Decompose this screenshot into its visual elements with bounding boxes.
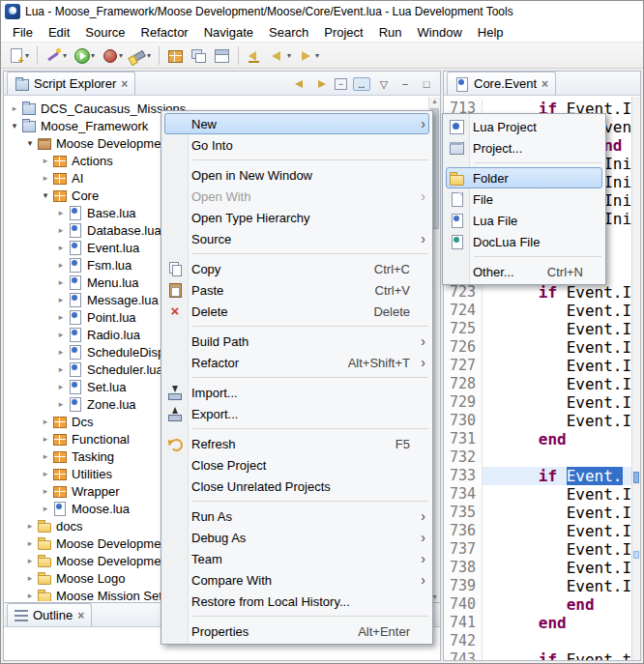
- menu-item-compare-with[interactable]: Compare With›: [164, 569, 429, 591]
- expand-arrow-icon[interactable]: ▸: [39, 156, 52, 165]
- menu-item-open-in-new-window[interactable]: Open in New Window: [164, 164, 429, 186]
- expand-arrow-icon[interactable]: ▸: [54, 330, 68, 339]
- collapse-arrow-icon[interactable]: ▾: [23, 138, 37, 148]
- tab-outline[interactable]: Outline ×: [7, 603, 92, 626]
- menu-item-doclua-file[interactable]: DocLua File: [446, 231, 602, 252]
- menu-item-build-path[interactable]: Build Path›: [164, 331, 429, 352]
- menu-edit[interactable]: Edit: [41, 23, 77, 42]
- occurrence-marker[interactable]: [633, 551, 639, 559]
- dropdown-arrow-icon[interactable]: ▾: [119, 51, 123, 60]
- editor-line-734[interactable]: 734 Event.Ini: [444, 485, 640, 504]
- expand-arrow-icon[interactable]: ▸: [23, 591, 37, 600]
- editor-line-726[interactable]: 726 Event.Ini: [444, 338, 640, 357]
- search-button[interactable]: ▾: [127, 44, 154, 66]
- menu-help[interactable]: Help: [470, 23, 512, 42]
- editor-line-731[interactable]: 731 end: [444, 430, 640, 448]
- expand-arrow-icon[interactable]: ▸: [39, 504, 52, 513]
- menu-item-copy[interactable]: CopyCtrl+C: [164, 258, 429, 279]
- expand-arrow-icon[interactable]: ▸: [39, 417, 52, 426]
- collapse-arrow-icon[interactable]: ▾: [8, 121, 21, 130]
- occurrence-marker[interactable]: [633, 472, 639, 483]
- collapse-arrow-icon[interactable]: ▾: [39, 190, 52, 200]
- navigate-forward-button[interactable]: ▾: [295, 44, 322, 66]
- expand-arrow-icon[interactable]: ▸: [54, 382, 68, 391]
- external-tools-button[interactable]: ▾: [43, 44, 70, 66]
- expand-arrow-icon[interactable]: ▸: [54, 364, 68, 374]
- menu-item-properties[interactable]: PropertiesAlt+Enter: [164, 621, 429, 642]
- close-icon[interactable]: ×: [77, 609, 84, 622]
- menu-item-open-type-hierarchy[interactable]: Open Type Hierarchy: [164, 207, 429, 228]
- editor-line-725[interactable]: 725 Event.Ini: [444, 320, 640, 338]
- expand-arrow-icon[interactable]: ▸: [39, 434, 52, 444]
- menu-item-other[interactable]: Other...Ctrl+N: [446, 261, 602, 282]
- menu-item-import[interactable]: Import...: [164, 382, 429, 403]
- menu-item-close-unrelated-projects[interactable]: Close Unrelated Projects: [164, 476, 429, 497]
- editor-line-727[interactable]: 727 Event.Ini: [444, 357, 640, 375]
- open-perspective-button[interactable]: [188, 44, 210, 66]
- menu-item-go-into[interactable]: Go Into: [164, 134, 429, 156]
- expand-arrow-icon[interactable]: ▸: [8, 103, 21, 113]
- editor-line-737[interactable]: 737 Event.Ini: [444, 540, 640, 559]
- editor-line-739[interactable]: 739 Event.Ini: [444, 577, 640, 595]
- menu-navigate[interactable]: Navigate: [196, 23, 261, 42]
- last-edit-location-button[interactable]: [244, 44, 266, 66]
- editor-line-741[interactable]: 741 end: [444, 614, 640, 632]
- scroll-up-icon[interactable]: ▲: [429, 98, 440, 104]
- expand-arrow-icon[interactable]: ▸: [54, 225, 68, 235]
- editor-line-743[interactable]: 743 if Event.ta: [444, 650, 640, 660]
- editor-line-740[interactable]: 740 end: [444, 595, 640, 614]
- view-menu-icon[interactable]: ▽: [376, 77, 392, 91]
- editor-line-735[interactable]: 735 Event.Ini: [444, 504, 640, 522]
- expand-arrow-icon[interactable]: ▸: [39, 173, 52, 183]
- expand-arrow-icon[interactable]: ▸: [54, 312, 68, 322]
- menu-run[interactable]: Run: [371, 23, 410, 42]
- menu-project[interactable]: Project: [316, 23, 370, 42]
- menu-item-paste[interactable]: PasteCtrl+V: [164, 279, 429, 301]
- expand-arrow-icon[interactable]: ▸: [54, 277, 68, 287]
- editor-line-738[interactable]: 738 Event.Ini: [444, 559, 640, 577]
- dropdown-arrow-icon[interactable]: ▾: [315, 51, 319, 60]
- show-editor-area-button[interactable]: [211, 44, 233, 66]
- editor-line-724[interactable]: 724 Event.Ini: [444, 302, 640, 320]
- menu-item-source[interactable]: Source›: [164, 228, 429, 249]
- menu-item-export[interactable]: Export...: [164, 403, 429, 424]
- dropdown-arrow-icon[interactable]: ▾: [63, 51, 67, 60]
- menu-source[interactable]: Source: [77, 23, 132, 42]
- menu-item-restore-from-local-history[interactable]: Restore from Local History...: [164, 591, 429, 612]
- menu-item-team[interactable]: Team›: [164, 548, 429, 569]
- tab-core-event[interactable]: Core.Event ×: [447, 72, 556, 95]
- collapse-all-icon[interactable]: −: [335, 78, 347, 90]
- editor-line-723[interactable]: 723 if Event.I: [444, 283, 640, 302]
- expand-arrow-icon[interactable]: ▸: [54, 260, 68, 270]
- overview-ruler[interactable]: [631, 97, 640, 660]
- expand-arrow-icon[interactable]: ▸: [39, 486, 52, 496]
- expand-arrow-icon[interactable]: ▸: [23, 556, 37, 565]
- expand-arrow-icon[interactable]: ▸: [39, 451, 52, 461]
- menu-item-project[interactable]: Project...: [446, 137, 602, 159]
- menu-item-refresh[interactable]: RefreshF5: [164, 433, 429, 454]
- menu-item-close-project[interactable]: Close Project: [164, 454, 429, 476]
- editor-line-736[interactable]: 736 Event.Ini: [444, 522, 640, 540]
- expand-arrow-icon[interactable]: ▸: [54, 347, 68, 357]
- dropdown-arrow-icon[interactable]: ▾: [25, 51, 29, 60]
- minimize-icon[interactable]: −: [397, 77, 413, 91]
- back-history-icon[interactable]: [292, 77, 307, 91]
- menu-search[interactable]: Search: [261, 23, 316, 42]
- close-icon[interactable]: ×: [542, 77, 548, 91]
- editor-line-730[interactable]: 730 Event.Ini: [444, 412, 640, 430]
- menu-item-lua-project[interactable]: Lua Project: [446, 116, 602, 137]
- new-button[interactable]: ▾: [5, 44, 32, 66]
- menu-item-new[interactable]: New›: [164, 113, 429, 134]
- menu-file[interactable]: File: [5, 23, 41, 42]
- menu-window[interactable]: Window: [410, 23, 470, 42]
- expand-arrow-icon[interactable]: ▸: [39, 469, 52, 478]
- coverage-button[interactable]: ▾: [99, 44, 126, 66]
- dropdown-arrow-icon[interactable]: ▾: [147, 51, 151, 60]
- tab-script-explorer[interactable]: Script Explorer ×: [7, 72, 135, 95]
- link-editor-icon[interactable]: ↔: [353, 77, 370, 91]
- menu-item-open-with[interactable]: Open With›: [164, 186, 429, 207]
- forward-history-icon[interactable]: [313, 77, 329, 91]
- expand-arrow-icon[interactable]: ▸: [54, 399, 68, 409]
- editor-line-729[interactable]: 729 Event.Ini: [444, 393, 640, 412]
- menu-item-file[interactable]: File: [446, 188, 602, 210]
